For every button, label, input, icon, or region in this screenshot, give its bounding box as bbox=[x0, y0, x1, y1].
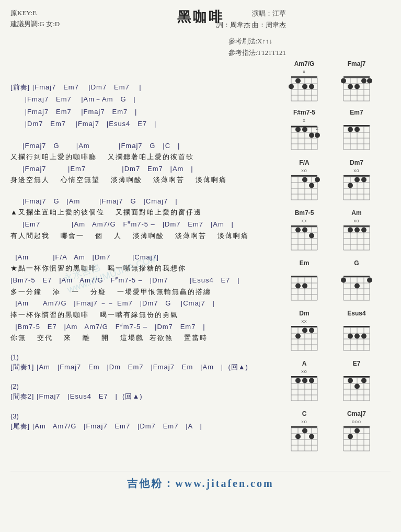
interlude1-block: (1) [間奏1] |Am |Fmaj7 Em |Dm Em7 |Fmaj7 E… bbox=[10, 353, 276, 373]
svg-point-70 bbox=[302, 177, 307, 183]
chord-row-1: Am7/G x bbox=[281, 60, 391, 104]
svg-point-211 bbox=[309, 434, 314, 439]
chord-row-3: F/A xo bbox=[281, 159, 391, 204]
strum-pattern: 參考刷法:X↑↑↓ bbox=[228, 36, 287, 47]
chord-grid-a bbox=[289, 375, 320, 405]
chord-line: |Fmaj7 Em7 |Am－Am G | bbox=[10, 93, 276, 105]
chord-grid-e7 bbox=[341, 375, 372, 405]
chord-e7: E7 bbox=[333, 360, 380, 405]
svg-point-44 bbox=[309, 133, 314, 138]
chords-panel: Am7/G x bbox=[281, 60, 391, 460]
key-info: 原KEY:E 建議男調:G 女:D bbox=[10, 8, 60, 30]
chord-line: [間奏1] |Am |Fmaj7 Em |Dm Em7 |Fmaj7 Em |A… bbox=[10, 361, 276, 373]
svg-point-12 bbox=[302, 84, 307, 89]
svg-point-42 bbox=[295, 127, 301, 132]
chord-am7g: Am7/G x bbox=[281, 60, 328, 104]
svg-point-168 bbox=[354, 334, 360, 339]
svg-point-100 bbox=[309, 233, 314, 239]
chord-a: A xo bbox=[281, 360, 328, 405]
chord-em: Em bbox=[281, 259, 328, 304]
svg-point-13 bbox=[309, 84, 314, 89]
svg-point-209 bbox=[295, 434, 301, 439]
chord-line: |Bm7-5 E7 |Am Am7/G F#m7-5 – |Dm7 |Esus4… bbox=[10, 274, 276, 287]
chord-grid-em bbox=[289, 274, 320, 304]
lyric-line: 捧一杯你慣習的黑咖啡 喝一嘴有緣無份的勇氣 bbox=[10, 310, 276, 321]
chord-grid-am7g bbox=[289, 75, 320, 104]
lyric-line: ★點一杯你慣習的黑咖啡 喝一嘴無摻糖的我想你 bbox=[10, 263, 276, 274]
svg-point-127 bbox=[302, 284, 307, 289]
svg-point-183 bbox=[309, 378, 314, 383]
chord-esus4: Esus4 bbox=[333, 310, 380, 355]
svg-point-167 bbox=[348, 334, 353, 339]
svg-point-182 bbox=[302, 378, 307, 383]
svg-point-58 bbox=[354, 127, 360, 132]
chord-c: C xo bbox=[281, 410, 328, 455]
svg-point-139 bbox=[341, 278, 346, 283]
svg-point-114 bbox=[361, 228, 366, 233]
svg-point-11 bbox=[295, 78, 301, 84]
strum-info: 參考刷法:X↑↑↓ 參考指法:T121T121 bbox=[228, 36, 287, 59]
chord-line: |Bm7-5 E7 |Am Am7/G F#m7-5 – |Dm7 Em7 | bbox=[10, 321, 276, 333]
lyric-line: 身邊空無人 心情空無望 淡薄啊酸 淡薄啊苦 淡薄啊痛 bbox=[10, 175, 276, 186]
lyric-line: ▲又攔坐置咱上愛的彼個位 又攔面對咱上愛的窗仔邊 bbox=[10, 207, 276, 218]
chord-grid-cmaj7 bbox=[341, 425, 372, 455]
interlude2-block: (2) [間奏2] |Fmaj7 |Esus4 E7 | (回▲) bbox=[10, 382, 276, 402]
lyric-line: 有人問起我 哪會一 個 人 淡薄啊酸 淡薄啊苦 淡薄啊痛 bbox=[10, 231, 276, 242]
singer-info: 演唱：江草 詞：周韋杰 曲：周韋杰 bbox=[216, 8, 286, 31]
chord-fsm75: F#m7-5 x 2 bbox=[281, 109, 328, 154]
chord-dm7: Dm7 xo bbox=[333, 159, 380, 204]
svg-point-26 bbox=[341, 78, 346, 84]
lyrics-section: 參考刷法:X↑↑↓ 參考指法:T121T121 [前奏] |Fmaj7 Em7 … bbox=[10, 60, 281, 460]
chord-am: Am xo bbox=[333, 209, 380, 254]
chord-fa: F/A xo bbox=[281, 159, 328, 204]
chord-grid-bm75 bbox=[289, 224, 320, 254]
chord-g: G bbox=[333, 259, 380, 304]
chord-row-2: F#m7-5 x 2 bbox=[281, 109, 391, 154]
chord-grid-dm bbox=[289, 324, 320, 355]
lyric-line: 又攔行到咱上愛的咖啡廳 又攔聽著咱上愛的彼首歌 bbox=[10, 152, 276, 163]
main-content: 參考刷法:X↑↑↓ 參考指法:T121T121 [前奏] |Fmaj7 Em7 … bbox=[10, 60, 391, 460]
svg-point-153 bbox=[302, 328, 307, 333]
svg-point-112 bbox=[348, 228, 353, 233]
svg-point-113 bbox=[354, 228, 360, 233]
svg-point-155 bbox=[295, 334, 301, 339]
chord-grid-esus4 bbox=[341, 324, 372, 355]
finger-pattern: 參考指法:T121T121 bbox=[228, 47, 287, 59]
chord-grid-fmaj7 bbox=[341, 75, 372, 104]
chord-grid-dm7 bbox=[341, 174, 372, 204]
svg-point-28 bbox=[354, 84, 360, 89]
svg-point-223 bbox=[348, 434, 353, 439]
svg-point-29 bbox=[361, 78, 366, 84]
svg-point-27 bbox=[348, 84, 353, 89]
chord-grid-fsm75: 2 bbox=[289, 123, 320, 154]
chord-bm75: Bm7-5 xx bbox=[281, 209, 328, 254]
song-title: 黑咖啡 bbox=[10, 8, 391, 26]
section-label: (1) bbox=[10, 353, 276, 361]
svg-point-197 bbox=[361, 378, 366, 383]
chord-row-7: A xo bbox=[281, 360, 391, 405]
svg-point-30 bbox=[367, 78, 372, 84]
suggested-key: 建議男調:G 女:D bbox=[10, 19, 60, 30]
svg-point-181 bbox=[295, 378, 301, 383]
chord-line: [尾奏] |Am Am7/G |Fmaj7 Em7 |Dm7 Em7 |A | bbox=[10, 420, 276, 432]
svg-point-85 bbox=[361, 177, 366, 183]
svg-point-141 bbox=[367, 278, 372, 283]
chord-line: |Fmaj7 |Em7 |Dm7 Em7 |Am | bbox=[10, 163, 276, 175]
svg-point-210 bbox=[302, 428, 307, 434]
svg-point-71 bbox=[309, 183, 314, 188]
chord-grid-g bbox=[341, 274, 372, 304]
svg-point-196 bbox=[354, 384, 360, 389]
svg-point-140 bbox=[354, 284, 360, 289]
chord-line: |Fmaj7 G |Am |Fmaj7 G |Cmaj7 | bbox=[10, 195, 276, 207]
page: 原KEY:E 建議男調:G 女:D 黑咖啡 演唱：江草 詞：周韋杰 曲：周韋杰 … bbox=[0, 0, 401, 532]
svg-point-98 bbox=[295, 228, 301, 233]
chord-row-8: C xo bbox=[281, 410, 391, 455]
chord-row-6: Dm xx bbox=[281, 310, 391, 355]
lyricist: 詞：周韋杰 曲：周韋杰 bbox=[216, 19, 286, 31]
chord-line: [間奏2] |Fmaj7 |Esus4 E7 | (回▲) bbox=[10, 390, 276, 402]
svg-point-57 bbox=[348, 127, 353, 132]
svg-point-72 bbox=[315, 177, 320, 183]
original-key: 原KEY:E bbox=[10, 8, 60, 19]
chord-cmaj7: Cmaj7 ooo bbox=[333, 410, 380, 455]
chord-grid-c bbox=[289, 425, 320, 455]
